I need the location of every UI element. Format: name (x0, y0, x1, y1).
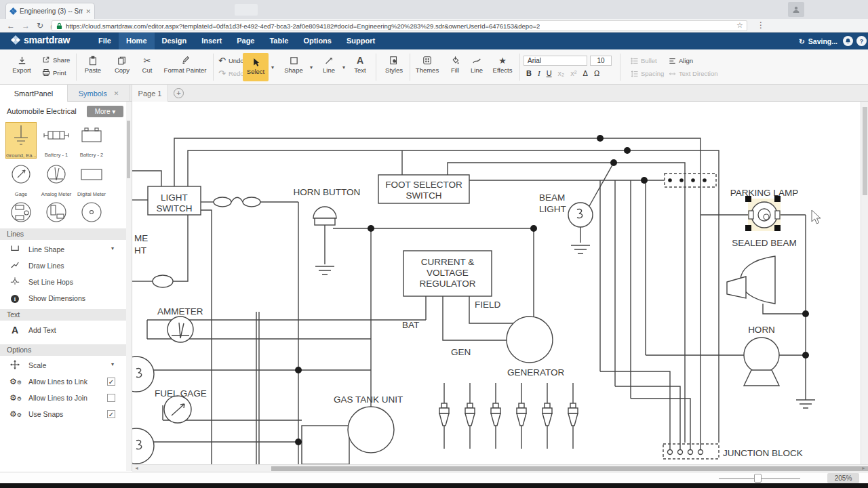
menu-options[interactable]: Options (296, 33, 339, 49)
format-painter-button[interactable]: Format Painter (160, 54, 210, 74)
cut-button[interactable]: ✂ Cut (137, 54, 157, 74)
text-direction-button[interactable]: Text Direction (669, 70, 718, 77)
export-button[interactable]: Export (5, 54, 38, 74)
parking-lamp-selected-symbol[interactable] (745, 196, 781, 231)
notifications-bell-icon[interactable] (843, 36, 853, 46)
more-button[interactable]: More ▾ (87, 106, 123, 117)
vertical-scrollbar-thumb[interactable] (863, 107, 867, 195)
effects-button[interactable]: ★ Effects (488, 54, 517, 74)
copy-button[interactable]: Copy (108, 54, 136, 74)
line-shape-caret[interactable]: ▾ (111, 245, 114, 251)
undo-button[interactable]: ↶ Undo (218, 56, 244, 66)
line-style-button[interactable]: Line (467, 54, 487, 74)
profile-avatar[interactable] (788, 2, 804, 17)
new-tab-button[interactable] (235, 4, 258, 16)
underline-button[interactable]: U (547, 69, 552, 77)
refresh-icon[interactable]: ↻ (37, 21, 43, 30)
symbol-button[interactable]: Ω (594, 69, 599, 77)
add-page-button[interactable]: + (174, 88, 184, 98)
symbol-battery-2[interactable]: Battery - 2 (76, 122, 107, 159)
canvas-vertical-scrollbar[interactable] (861, 102, 868, 464)
redo-button[interactable]: ↷ Redo (218, 68, 244, 79)
allow-lines-to-join-checkbox[interactable] (107, 394, 115, 402)
shape-tool-button[interactable]: Shape (279, 54, 308, 74)
symbol-analog-meter[interactable]: Analog Meter (41, 161, 72, 198)
share-button[interactable]: Share (42, 56, 70, 64)
set-line-hops-item[interactable]: Set Line Hops (0, 275, 126, 290)
bookmark-star-icon[interactable]: ☆ (736, 21, 743, 30)
allow-lines-to-join-item[interactable]: ⚙⚙ Allow Lines to Join (0, 391, 126, 406)
back-icon[interactable]: ← (7, 21, 15, 30)
forward-icon[interactable]: → (22, 21, 30, 30)
wiring-diagram[interactable]: LIGHT SWITCH HORN BUTTON FOOT SELECTOR S… (132, 102, 868, 464)
close-symbols-tab-icon[interactable]: ✕ (114, 90, 119, 97)
tab-page-1[interactable]: Page 1 (132, 85, 168, 102)
use-snaps-checkbox[interactable]: ✓ (107, 410, 115, 418)
symbol-distributor-1[interactable] (5, 199, 37, 226)
font-name-field[interactable]: Arial (524, 56, 587, 66)
draw-lines-item[interactable]: Draw Lines (0, 259, 126, 274)
menu-design[interactable]: Design (155, 33, 195, 49)
styles-button[interactable]: Styles (380, 54, 408, 74)
smartdraw-favicon (9, 7, 17, 15)
show-dimensions-item[interactable]: i Show Dimensions (0, 291, 126, 306)
shape-dropdown-caret[interactable]: ▾ (310, 64, 313, 70)
line-dropdown-caret[interactable]: ▾ (342, 64, 345, 70)
print-button[interactable]: Print (42, 68, 66, 77)
scale-item[interactable]: Scale ▾ (0, 359, 126, 373)
spacing-button[interactable]: Spacing (631, 70, 664, 77)
menu-support[interactable]: Support (339, 33, 382, 49)
panel-scrollbar[interactable] (126, 102, 131, 471)
menu-table[interactable]: Table (262, 33, 296, 49)
use-snaps-item[interactable]: ⚙⚙ Use Snaps ✓ (0, 407, 126, 422)
themes-button[interactable]: Themes (412, 54, 442, 74)
symbol-digital-meter[interactable]: Digital Meter (76, 161, 107, 198)
url-field[interactable]: https://cloud.smartdraw.com/editor.aspx?… (52, 20, 747, 31)
menu-file[interactable]: File (91, 33, 119, 49)
bold-button[interactable]: B (526, 69, 532, 77)
line-shape-item[interactable]: Line Shape ▾ (0, 243, 126, 258)
menu-page[interactable]: Page (229, 33, 262, 49)
italic-button[interactable]: I (538, 69, 540, 77)
align-button[interactable]: Align (669, 57, 693, 64)
scale-caret[interactable]: ▾ (111, 361, 114, 367)
panel-tabs-row: SmartPanel Symbols ✕ Page 1 + (0, 85, 868, 102)
menu-home[interactable]: Home (119, 33, 155, 49)
canvas-horizontal-scrollbar[interactable]: ◄ ► (132, 464, 868, 472)
text-tool-button[interactable]: A Text (349, 54, 371, 74)
browser-tab[interactable]: Engineering (3) -- Smart ✕ (5, 3, 95, 19)
panel-scrollbar-thumb[interactable] (127, 121, 130, 178)
line-tool-button[interactable]: Line (317, 54, 340, 74)
font-color-button[interactable]: Δ (583, 69, 588, 77)
menu-insert[interactable]: Insert (194, 33, 229, 49)
superscript-button[interactable]: x² (570, 69, 576, 77)
select-dropdown-caret[interactable]: ▾ (271, 64, 274, 70)
bullet-button[interactable]: Bullet (631, 57, 657, 64)
symbol-ground[interactable]: Ground, Ea... (5, 122, 37, 159)
drawing-canvas[interactable]: LIGHT SWITCH HORN BUTTON FOOT SELECTOR S… (132, 102, 868, 464)
paste-icon (79, 54, 107, 66)
status-bar: 205% (0, 472, 868, 483)
scroll-left-icon[interactable]: ◄ (134, 466, 139, 470)
zoom-slider-handle[interactable] (754, 474, 762, 483)
symbol-gage[interactable]: Gage (5, 161, 37, 198)
help-icon[interactable]: ? (856, 36, 867, 46)
label-horn-button: HORN BUTTON (294, 187, 361, 197)
browser-menu-icon[interactable]: ⋮ (757, 20, 765, 30)
paste-button[interactable]: Paste (79, 54, 107, 74)
tab-symbols[interactable]: Symbols ✕ (68, 85, 130, 102)
horizontal-scrollbar-thumb[interactable] (271, 466, 868, 471)
allow-lines-to-link-checkbox[interactable]: ✓ (107, 378, 115, 386)
fill-button[interactable]: Fill (445, 54, 465, 74)
allow-lines-to-link-item[interactable]: ⚙⚙ Allow Lines to Link ✓ (0, 375, 126, 390)
subscript-button[interactable]: x₂ (558, 69, 565, 77)
close-tab-icon[interactable]: ✕ (85, 8, 91, 15)
symbol-battery-1[interactable]: Battery - 1 (41, 122, 72, 159)
tab-smartpanel[interactable]: SmartPanel (0, 85, 68, 102)
symbol-lamp[interactable] (76, 199, 107, 226)
symbol-distributor-2[interactable] (41, 199, 72, 226)
add-text-item[interactable]: A Add Text (0, 323, 126, 338)
select-tool-button[interactable]: Select (243, 53, 269, 81)
scroll-right-icon[interactable]: ► (861, 466, 866, 470)
font-size-field[interactable]: 10 (590, 56, 612, 66)
